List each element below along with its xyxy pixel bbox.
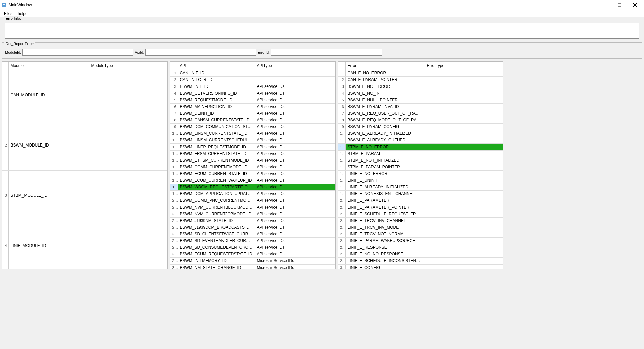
api-table[interactable]: API APIType 1CAN_INIT_ID2CAN_INITCTR_ID3… xyxy=(170,62,335,269)
error-type-cell xyxy=(425,204,503,211)
table-row[interactable]: 27BSWM_SD_CONSUMEDEVENTGROUP_IDAPI servi… xyxy=(170,244,335,251)
error-table[interactable]: Error ErrorType 1CAN_E_NO_ERROR2CAN_E_PA… xyxy=(338,62,503,269)
table-row[interactable]: 11BSWM_E_ALREADY_QUEUED xyxy=(338,137,503,143)
error-col-error[interactable]: Error xyxy=(345,62,425,70)
module-col-module[interactable]: Module xyxy=(8,62,89,70)
table-row[interactable]: 5BSWM_E_NULL_POINTER xyxy=(338,97,503,103)
table-row[interactable]: 7BSWM_DEINIT_IDAPI service IDs xyxy=(170,110,335,117)
table-row[interactable]: 6BSWM_MAINFUNCTION_IDAPI service IDs xyxy=(170,103,335,110)
menu-files[interactable]: Files xyxy=(1,11,15,17)
table-row[interactable]: 28BSWM_ECUM_REQUESTEDSTATE_IDAPI service… xyxy=(170,251,335,257)
table-row[interactable]: 14BSWM_ETHSM_CURRENTMODE_IDAPI service I… xyxy=(170,157,335,164)
table-row[interactable]: 15STBM_E_PARAM_POINTER xyxy=(338,164,503,170)
table-row[interactable]: 2CAN_INITCTR_ID xyxy=(170,76,335,83)
table-row[interactable]: 13BSWM_FRSM_CURRENTSTATE_IDAPI service I… xyxy=(170,150,335,157)
api-col-type[interactable]: APIType xyxy=(255,62,335,70)
row-number: 18 xyxy=(170,184,178,190)
table-row[interactable]: 10BSWM_E_ALREADY_INITIALIZED xyxy=(338,130,503,137)
table-row[interactable]: 21LINIF_E_PARAMETER_POINTER xyxy=(338,204,503,211)
api-type-cell: API service IDs xyxy=(255,251,335,257)
table-row[interactable]: 27LINIF_E_RESPONSE xyxy=(338,244,503,251)
table-row[interactable]: 12BSWM_LINTP_REQUESTMODE_IDAPI service I… xyxy=(170,143,335,150)
row-number: 27 xyxy=(338,244,345,251)
table-row[interactable]: 29LINIF_E_SCHEDULE_INCONSISTENT_ERROR xyxy=(338,257,503,264)
minimize-button[interactable] xyxy=(596,0,612,10)
table-row[interactable]: 3BSWM_INIT_IDAPI service IDs xyxy=(170,83,335,90)
api-col-api[interactable]: API xyxy=(178,62,255,70)
menu-help[interactable]: help xyxy=(15,11,28,17)
module-type-cell xyxy=(89,70,167,120)
table-row[interactable]: 2BSWM_MODULE_ID xyxy=(2,120,167,170)
table-row[interactable]: 7BSWM_E_REQ_USER_OUT_OF_RANGE xyxy=(338,110,503,117)
error-cell: LINIF_E_PARAM_WAKEUPSOURCE xyxy=(345,237,425,244)
error-cell: LINIF_E_ALREADY_INITIALIZED xyxy=(345,184,425,190)
table-row[interactable]: 4BSWM_GETVERSIONINFO_IDAPI service IDs xyxy=(170,90,335,97)
module-col-type[interactable]: ModuleType xyxy=(89,62,167,70)
table-row[interactable]: 28LINIF_E_NC_NO_RESPONSE xyxy=(338,251,503,257)
table-row[interactable]: 11BSWM_LINSM_CURRENTSCHEDULE_IDAPI servi… xyxy=(170,137,335,143)
row-number: 30 xyxy=(338,264,345,269)
api-type-cell: API service IDs xyxy=(255,197,335,204)
table-row[interactable]: 8BSWM_CANSM_CURRENTSTATE_IDAPI service I… xyxy=(170,117,335,123)
table-row[interactable]: 14STBM_E_NOT_INITIALIZED xyxy=(338,157,503,164)
table-row[interactable]: 1CAN_E_NO_ERROR xyxy=(338,70,503,76)
table-row[interactable]: 16LINIF_E_NO_ERROR xyxy=(338,170,503,177)
table-row[interactable]: 17LINIF_E_UNINIT xyxy=(338,177,503,184)
table-row[interactable]: 24BSWM_J1939DCM_BROADCASTSTATUS_IDAPI se… xyxy=(170,224,335,231)
errorinfo-group: ErrorInfo: xyxy=(2,19,642,43)
table-row[interactable]: 4BSWM_E_NO_INIT xyxy=(338,90,503,97)
table-row[interactable]: 5BSWM_REQUESTMODE_IDAPI service IDs xyxy=(170,97,335,103)
api-type-cell: API service IDs xyxy=(255,170,335,177)
table-row[interactable]: 25LINIF_E_TRCV_NOT_NORMAL xyxy=(338,231,503,237)
table-row[interactable]: 1CAN_MODULE_ID xyxy=(2,70,167,120)
table-row[interactable]: 6BSWM_E_PARAM_INVALID xyxy=(338,103,503,110)
error-col-type[interactable]: ErrorType xyxy=(425,62,503,70)
table-row[interactable]: 1CAN_INIT_ID xyxy=(170,70,335,76)
errorinfo-textarea[interactable] xyxy=(5,23,639,39)
table-row[interactable]: 8BSWM_E_REQ_MODE_OUT_OF_RANGE xyxy=(338,117,503,123)
table-row[interactable]: 30LINIF_E_CONFIG xyxy=(338,264,503,269)
api-cell: BSWM_DCM_COMMUNICATION_STATE_ID xyxy=(178,123,255,130)
table-row[interactable]: 26LINIF_E_PARAM_WAKEUPSOURCE xyxy=(338,237,503,244)
table-row[interactable]: 23LINIF_E_TRCV_INV_CHANNEL xyxy=(338,217,503,224)
table-row[interactable]: 17BSWM_ECUM_CURRENTWAKEUP_IDAPI service … xyxy=(170,177,335,184)
table-row[interactable]: 20BSWM_COMM_PNC_CURRENTMODE_IDAPI servic… xyxy=(170,197,335,204)
table-row[interactable]: 9BSWM_E_PARAM_CONFIG xyxy=(338,123,503,130)
table-row[interactable]: 4LINIF_MODULE_ID xyxy=(2,221,167,269)
table-row[interactable]: 21BSWM_NVM_CURRENTBLOCKMODE_IDAPI servic… xyxy=(170,204,335,211)
maximize-button[interactable] xyxy=(612,0,627,10)
close-button[interactable] xyxy=(627,0,643,10)
errorid-input[interactable] xyxy=(271,49,382,56)
table-row[interactable]: 12STBM_E_NO_ERROR xyxy=(338,143,503,150)
table-row[interactable]: 15BSWM_COMM_CURRENTMODE_IDAPI service ID… xyxy=(170,164,335,170)
row-number: 14 xyxy=(338,157,345,164)
table-row[interactable]: 22BSWM_NVM_CURRENTJOBMODE_IDAPI service … xyxy=(170,211,335,217)
table-row[interactable]: 18BSWM_WDGM_REQUESTPARTITIONRESET_IDAPI … xyxy=(170,184,335,190)
api-type-cell: API service IDs xyxy=(255,150,335,157)
table-row[interactable]: 10BSWM_LINSM_CURRENTSTATE_IDAPI service … xyxy=(170,130,335,137)
table-row[interactable]: 19LINIF_E_NONEXISTENT_CHANNEL xyxy=(338,190,503,197)
api-type-cell: API service IDs xyxy=(255,244,335,251)
apiid-input[interactable] xyxy=(145,49,256,56)
table-row[interactable]: 18LINIF_E_ALREADY_INITIALIZED xyxy=(338,184,503,190)
table-row[interactable]: 16BSWM_ECUM_CURRENTSTATE_IDAPI service I… xyxy=(170,170,335,177)
module-table[interactable]: Module ModuleType 1CAN_MODULE_ID2BSWM_MO… xyxy=(2,62,167,269)
table-row[interactable]: 29BSWM_INITMEMORY_IDMicrosar Service IDs xyxy=(170,257,335,264)
table-row[interactable]: 23BSWM_J1939NM_STATE_IDAPI service IDs xyxy=(170,217,335,224)
table-row[interactable]: 19BSWM_DCM_APPLICATION_UPDATED_IDAPI ser… xyxy=(170,190,335,197)
api-cell: BSWM_SD_CONSUMEDEVENTGROUP_ID xyxy=(178,244,255,251)
table-row[interactable]: 3BSWM_E_NO_ERROR xyxy=(338,83,503,90)
table-row[interactable]: 2CAN_E_PARAM_POINTER xyxy=(338,76,503,83)
moduleid-input[interactable] xyxy=(22,49,133,56)
table-row[interactable]: 20LINIF_E_PARAMETER xyxy=(338,197,503,204)
table-row[interactable]: 9BSWM_DCM_COMMUNICATION_STATE_IDAPI serv… xyxy=(170,123,335,130)
table-row[interactable]: 22LINIF_E_SCHEDULE_REQUEST_ERROR xyxy=(338,211,503,217)
error-type-cell xyxy=(425,90,503,97)
table-row[interactable]: 13STBM_E_PARAM xyxy=(338,150,503,157)
table-row[interactable]: 24LINIF_E_TRCV_INV_MODE xyxy=(338,224,503,231)
table-row[interactable]: 25BSWM_SD_CLIENTSERVICE_CURRENT_IDAPI se… xyxy=(170,231,335,237)
api-type-cell: API service IDs xyxy=(255,143,335,150)
table-row[interactable]: 3STBM_MODULE_ID xyxy=(2,170,167,221)
table-row[interactable]: 30BSWM_NM_STATE_CHANGE_IDMicrosar Servic… xyxy=(170,264,335,269)
table-row[interactable]: 26BSWM_SD_EVENTHANDLER_CURRENT_IDAPI ser… xyxy=(170,237,335,244)
